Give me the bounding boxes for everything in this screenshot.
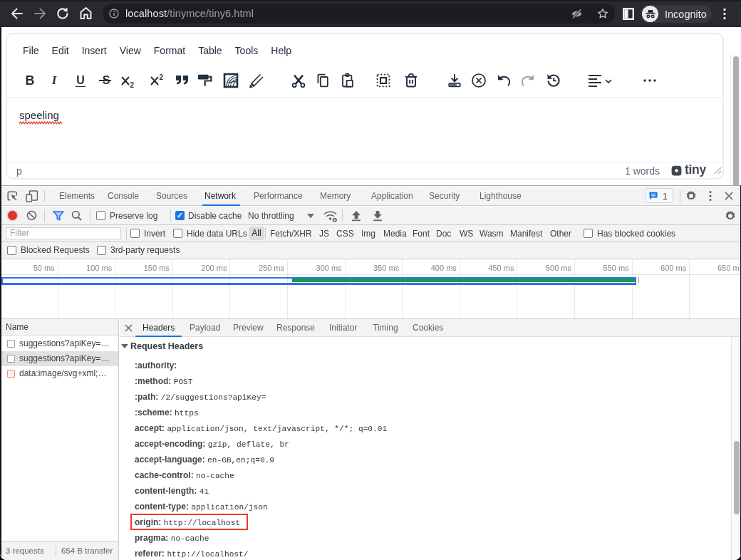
svg-text:2: 2 xyxy=(130,81,135,89)
svg-text:2: 2 xyxy=(160,73,164,81)
